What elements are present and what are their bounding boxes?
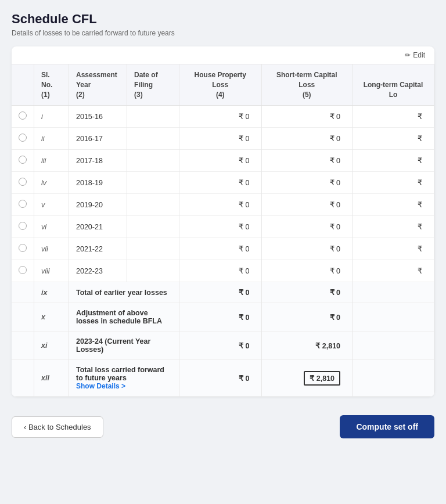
col-header-sl: Sl. No.(1) [34,64,69,106]
year-cell-5: 2020-21 [69,216,127,238]
radio-cell-6[interactable] [12,238,34,260]
date-cell-7 [127,260,179,282]
stcl-cell-3: ₹ 0 [261,172,353,194]
page-subtitle: Details of losses to be carried forward … [12,29,434,37]
compute-set-off-button[interactable]: Compute set off [340,415,434,438]
stcl-cell-4: ₹ 0 [261,194,353,216]
summary-sl-1: x [34,303,69,332]
radio-button-6[interactable] [19,244,27,252]
table-wrapper: Sl. No.(1) AssessmentYear(2) Date ofFili… [12,64,434,397]
radio-cell-7[interactable] [12,260,34,282]
stcl-cell-2: ₹ 0 [261,150,353,172]
summary-ltcl-1 [353,303,434,332]
radio-cell-3[interactable] [12,172,34,194]
page-title: Schedule CFL [12,12,434,27]
summary-row: xi 2023-24 (Current Year Losses) ₹ 0 ₹ 2… [12,332,434,360]
summary-radio-1 [12,303,34,332]
summary-radio-0 [12,282,34,303]
ltcl-cell-6: ₹ [353,238,434,260]
table-row: viii 2022-23 ₹ 0 ₹ 0 ₹ [12,260,434,282]
col-header-radio [12,64,34,106]
year-cell-4: 2019-20 [69,194,127,216]
year-cell-7: 2022-23 [69,260,127,282]
year-cell-6: 2021-22 [69,238,127,260]
sl-cell-3: iv [34,172,69,194]
stcl-cell-0: ₹ 0 [261,106,353,128]
sl-cell-6: vii [34,238,69,260]
summary-ltcl-3 [353,360,434,397]
summary-row: xii Total loss carried forward to future… [12,360,434,397]
radio-button-0[interactable] [19,111,27,120]
radio-cell-2[interactable] [12,150,34,172]
summary-radio-2 [12,332,34,360]
summary-stcl-2: ₹ 2,810 [261,332,353,360]
hp-loss-cell-5: ₹ 0 [179,216,262,238]
ltcl-cell-2: ₹ [353,150,434,172]
edit-label: Edit [413,51,425,59]
summary-hp-0: ₹ 0 [179,282,262,303]
summary-ltcl-2 [353,332,434,360]
hp-loss-cell-2: ₹ 0 [179,150,262,172]
date-cell-0 [127,106,179,128]
ltcl-cell-4: ₹ [353,194,434,216]
edit-button[interactable]: ✏ Edit [405,51,425,59]
table-row: ii 2016-17 ₹ 0 ₹ 0 ₹ [12,128,434,150]
radio-button-4[interactable] [19,200,27,208]
summary-row: ix Total of earlier year losses ₹ 0 ₹ 0 [12,282,434,303]
sl-cell-0: i [34,106,69,128]
summary-stcl-1: ₹ 0 [261,303,353,332]
date-cell-6 [127,238,179,260]
hp-loss-cell-3: ₹ 0 [179,172,262,194]
summary-label-3: Total loss carried forward to future yea… [69,360,179,397]
col-header-ltcl: Long-term Capital Lo [353,64,434,106]
summary-label-2: 2023-24 (Current Year Losses) [69,332,179,360]
hp-loss-cell-6: ₹ 0 [179,238,262,260]
summary-stcl-3: ₹ 2,810 [261,360,353,397]
ltcl-cell-3: ₹ [353,172,434,194]
radio-cell-0[interactable] [12,106,34,128]
sl-cell-2: iii [34,150,69,172]
stcl-cell-5: ₹ 0 [261,216,353,238]
date-cell-3 [127,172,179,194]
back-button[interactable]: ‹ Back to Schedules [12,416,103,438]
summary-label-0: Total of earlier year losses [69,282,179,303]
stcl-cell-1: ₹ 0 [261,128,353,150]
radio-button-2[interactable] [19,156,27,164]
summary-sl-0: ix [34,282,69,303]
date-cell-2 [127,150,179,172]
year-cell-1: 2016-17 [69,128,127,150]
radio-button-3[interactable] [19,178,27,186]
edit-bar: ✏ Edit [12,46,434,64]
radio-cell-4[interactable] [12,194,34,216]
summary-hp-3: ₹ 0 [179,360,262,397]
show-details-link[interactable]: Show Details > [76,382,125,390]
radio-cell-5[interactable] [12,216,34,238]
radio-button-1[interactable] [19,134,27,142]
summary-sl-2: xi [34,332,69,360]
hp-loss-cell-0: ₹ 0 [179,106,262,128]
col-header-stcl: Short-term Capital Loss(5) [261,64,353,106]
bottom-bar: ‹ Back to Schedules Compute set off [12,406,434,441]
table-row: vii 2021-22 ₹ 0 ₹ 0 ₹ [12,238,434,260]
col-header-date: Date ofFiling(3) [127,64,179,106]
total-box: ₹ 2,810 [304,371,340,386]
hp-loss-cell-7: ₹ 0 [179,260,262,282]
summary-stcl-0: ₹ 0 [261,282,353,303]
table-row: iii 2017-18 ₹ 0 ₹ 0 ₹ [12,150,434,172]
summary-ltcl-0 [353,282,434,303]
radio-button-5[interactable] [19,222,27,230]
summary-radio-3 [12,360,34,397]
radio-cell-1[interactable] [12,128,34,150]
col-header-hp-loss: House Property Loss(4) [179,64,262,106]
ltcl-cell-5: ₹ [353,216,434,238]
ltcl-cell-0: ₹ [353,106,434,128]
schedule-cfl-card: ✏ Edit Sl. No.(1) AssessmentYear(2) Date… [12,46,434,397]
sl-cell-4: v [34,194,69,216]
sl-cell-1: ii [34,128,69,150]
table-row: vi 2020-21 ₹ 0 ₹ 0 ₹ [12,216,434,238]
date-cell-4 [127,194,179,216]
year-cell-2: 2017-18 [69,150,127,172]
col-header-year: AssessmentYear(2) [69,64,127,106]
radio-button-7[interactable] [19,266,27,274]
edit-icon: ✏ [405,51,411,59]
